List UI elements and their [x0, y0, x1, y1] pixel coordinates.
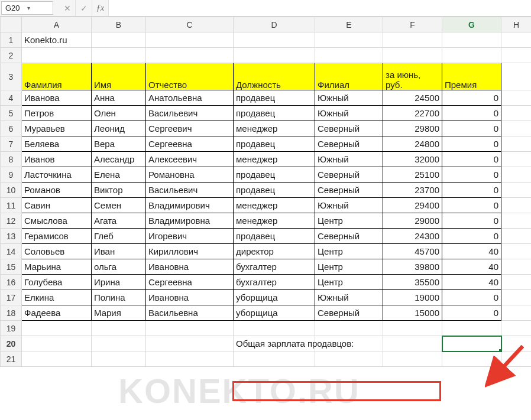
cell[interactable]: менеджер — [234, 152, 315, 167]
cell[interactable] — [234, 321, 315, 336]
cell[interactable] — [501, 106, 532, 121]
select-all-corner[interactable] — [1, 17, 22, 32]
cell[interactable]: Северный — [315, 121, 383, 136]
cell[interactable] — [442, 32, 501, 48]
row-header[interactable]: 9 — [1, 167, 22, 183]
row-header[interactable]: 12 — [1, 213, 22, 229]
cell[interactable]: 15000 — [383, 305, 442, 321]
cell[interactable]: Северный — [315, 167, 383, 183]
cell[interactable]: 22700 — [383, 106, 442, 121]
row-header[interactable]: 17 — [1, 290, 22, 305]
cell[interactable]: 0 — [442, 152, 501, 167]
cell[interactable]: Центр — [315, 259, 383, 275]
cell[interactable]: Фадеева — [22, 305, 92, 321]
row-header[interactable]: 14 — [1, 244, 22, 259]
cell[interactable]: 32000 — [383, 152, 442, 167]
cell[interactable] — [315, 48, 383, 63]
cell[interactable]: продавец — [234, 106, 315, 121]
accept-formula-icon[interactable]: ✓ — [76, 0, 92, 16]
cell[interactable]: Агата — [92, 213, 146, 229]
cell[interactable]: 24800 — [383, 136, 442, 152]
cell[interactable]: уборщица — [234, 290, 315, 305]
cell[interactable] — [501, 275, 532, 290]
cell[interactable]: 25100 — [383, 167, 442, 183]
cell[interactable]: продавец — [234, 136, 315, 152]
cell[interactable]: 0 — [442, 136, 501, 152]
cell[interactable] — [234, 48, 315, 63]
table-header[interactable]: за июнь, руб. — [383, 63, 442, 90]
cell[interactable]: Алексеевич — [146, 152, 234, 167]
cell[interactable]: Елкина — [22, 290, 92, 305]
table-header[interactable]: Премия — [442, 63, 501, 90]
cell[interactable] — [501, 290, 532, 305]
row-header[interactable]: 7 — [1, 136, 22, 152]
cell[interactable]: Сергеевна — [146, 136, 234, 152]
cell[interactable]: Анна — [92, 90, 146, 106]
cell[interactable] — [22, 321, 92, 336]
cell[interactable]: ольга — [92, 259, 146, 275]
cell[interactable]: 0 — [442, 229, 501, 244]
cell[interactable] — [501, 152, 532, 167]
cell[interactable]: бухгалтер — [234, 259, 315, 275]
cell[interactable]: Южный — [315, 90, 383, 106]
cell[interactable]: Виктор — [92, 183, 146, 198]
cell[interactable] — [501, 32, 532, 48]
cell[interactable]: 40 — [442, 244, 501, 259]
cell[interactable] — [501, 167, 532, 183]
chevron-down-icon[interactable]: ▾ — [27, 5, 49, 11]
summary-label-cell[interactable]: Общая зарплата продавцов: — [234, 336, 315, 351]
cell[interactable]: Глеб — [92, 229, 146, 244]
cell[interactable]: Иванова — [22, 90, 92, 106]
cell[interactable]: 0 — [442, 290, 501, 305]
cell[interactable] — [442, 351, 501, 367]
cell[interactable]: 40 — [442, 275, 501, 290]
row-header[interactable]: 16 — [1, 275, 22, 290]
cell[interactable]: Центр — [315, 244, 383, 259]
col-header-C[interactable]: C — [146, 17, 234, 32]
table-header[interactable]: Имя — [92, 63, 146, 90]
cell[interactable] — [501, 321, 532, 336]
table-header[interactable]: Филиал — [315, 63, 383, 90]
cell[interactable]: Северный — [315, 229, 383, 244]
cell[interactable] — [234, 351, 315, 367]
row-header[interactable]: 11 — [1, 198, 22, 213]
col-header-G[interactable]: G — [442, 17, 501, 32]
cell[interactable]: Алесандр — [92, 152, 146, 167]
fx-icon[interactable]: ƒx — [92, 0, 109, 16]
cell[interactable]: Елена — [92, 167, 146, 183]
cell[interactable]: Петров — [22, 106, 92, 121]
cell[interactable]: Сергеевич — [146, 121, 234, 136]
cell[interactable]: Романов — [22, 183, 92, 198]
cell[interactable]: 29400 — [383, 198, 442, 213]
cell[interactable]: продавец — [234, 229, 315, 244]
cell[interactable]: Полина — [92, 290, 146, 305]
cell-A1[interactable]: Konekto.ru — [22, 32, 92, 48]
cell[interactable] — [501, 336, 532, 351]
row-header[interactable]: 6 — [1, 121, 22, 136]
cell[interactable]: продавец — [234, 183, 315, 198]
cell[interactable]: 35500 — [383, 275, 442, 290]
cell[interactable] — [92, 336, 146, 351]
col-header-D[interactable]: D — [234, 17, 315, 32]
table-header[interactable]: Должность — [234, 63, 315, 90]
cell[interactable]: Муравьев — [22, 121, 92, 136]
cell[interactable] — [383, 32, 442, 48]
name-box[interactable]: G20 ▾ — [1, 1, 53, 15]
cell[interactable]: 0 — [442, 213, 501, 229]
cell[interactable]: Центр — [315, 213, 383, 229]
cell[interactable] — [501, 351, 532, 367]
cell[interactable]: Васильевич — [146, 183, 234, 198]
cell[interactable]: Ивановна — [146, 259, 234, 275]
cell[interactable]: Северный — [315, 183, 383, 198]
cell[interactable] — [315, 321, 383, 336]
grid[interactable]: A B C D E F G H 1 Konekto.ru 2 — [0, 17, 531, 367]
cell[interactable]: Центр — [315, 275, 383, 290]
row-header[interactable]: 1 — [1, 32, 22, 48]
cell[interactable]: 40 — [442, 259, 501, 275]
cell[interactable]: Олен — [92, 106, 146, 121]
cell[interactable] — [383, 48, 442, 63]
cell[interactable] — [146, 336, 234, 351]
cell[interactable]: Ласточкина — [22, 167, 92, 183]
cell[interactable]: Семен — [92, 198, 146, 213]
cell[interactable] — [501, 121, 532, 136]
